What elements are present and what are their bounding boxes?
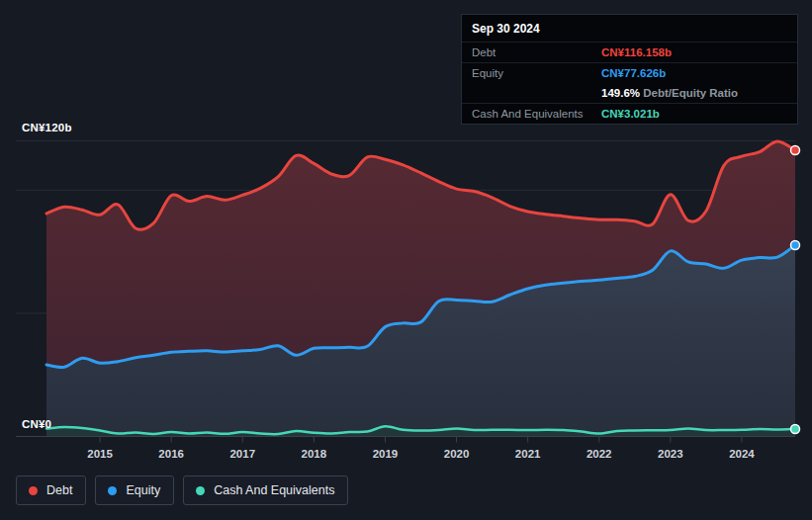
legend-item-debt[interactable]: Debt: [16, 476, 86, 505]
tooltip-row-debt: Debt CN¥116.158b: [462, 42, 797, 62]
x-tick-label-2018: 2018: [302, 448, 327, 460]
legend-debt-label: Debt: [46, 483, 72, 497]
tooltip-row-cash: Cash And Equivalents CN¥3.021b: [462, 103, 797, 124]
x-tick-label-2015: 2015: [87, 448, 113, 460]
tooltip-debt-value: CN¥116.158b: [601, 46, 787, 58]
y-axis-label-zero: CN¥0: [22, 418, 51, 430]
tooltip-equity-value: CN¥77.626b: [601, 67, 787, 79]
x-axis: 2015201620172018201920202021202220232024: [16, 437, 795, 460]
legend-cash-label: Cash And Equivalents: [214, 483, 334, 497]
cash-endpoint-marker: [791, 424, 800, 433]
x-tick-label-2017: 2017: [229, 448, 255, 460]
tooltip-date: Sep 30 2024: [462, 15, 797, 42]
tooltip-equity-label: Equity: [472, 67, 601, 79]
tooltip-ratio-value: 149.6%: [601, 87, 640, 99]
tooltip-row-ratio: 149.6% Debt/Equity Ratio: [462, 83, 797, 103]
chart-legend: Debt Equity Cash And Equivalents: [16, 476, 348, 505]
tooltip-ratio-label: Debt/Equity Ratio: [640, 87, 738, 99]
x-tick-label-2024: 2024: [729, 448, 755, 460]
legend-equity-label: Equity: [126, 483, 160, 497]
x-tick-label-2019: 2019: [373, 448, 399, 460]
x-tick-label-2022: 2022: [586, 448, 612, 460]
x-tick-label-2023: 2023: [658, 448, 683, 460]
legend-item-cash[interactable]: Cash And Equivalents: [183, 476, 348, 505]
tooltip-cash-value: CN¥3.021b: [601, 108, 787, 120]
cash-legend-dot-icon: [196, 486, 205, 495]
x-tick-label-2020: 2020: [444, 448, 470, 460]
tooltip-row-equity: Equity CN¥77.626b: [462, 62, 797, 83]
equity-legend-dot-icon: [108, 486, 117, 495]
debt-endpoint-marker: [791, 146, 800, 155]
tooltip-cash-label: Cash And Equivalents: [472, 108, 601, 120]
debt-equity-history-panel: 2015201620172018201920202021202220232024…: [0, 0, 812, 520]
x-tick-label-2021: 2021: [515, 448, 541, 460]
y-axis-label-max: CN¥120b: [22, 122, 72, 133]
legend-item-equity[interactable]: Equity: [95, 476, 174, 505]
equity-endpoint-marker: [791, 241, 800, 250]
x-tick-label-2016: 2016: [158, 448, 184, 460]
debt-legend-dot-icon: [29, 486, 38, 495]
tooltip-debt-label: Debt: [472, 46, 601, 58]
chart-tooltip: Sep 30 2024 Debt CN¥116.158b Equity CN¥7…: [461, 14, 798, 125]
